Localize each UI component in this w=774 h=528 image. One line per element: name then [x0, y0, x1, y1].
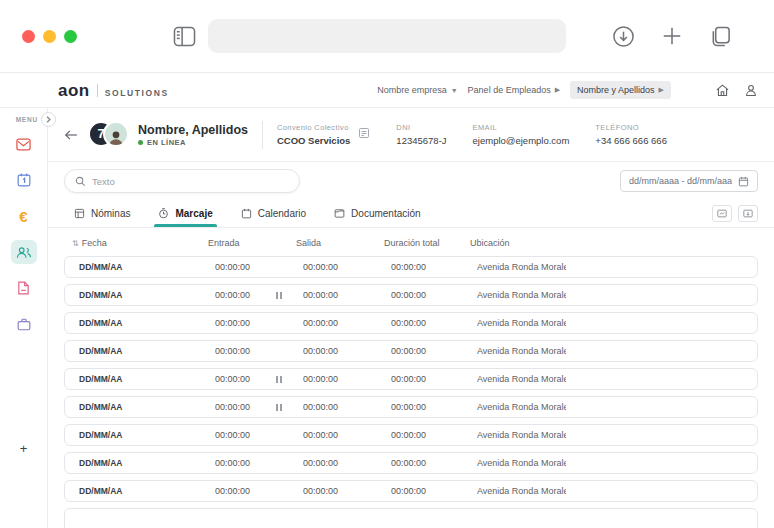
row-salida: 00:00:00	[303, 346, 391, 356]
convenio-value: CCOO Servicios	[277, 135, 350, 146]
row-entrada: 00:00:00	[215, 486, 250, 496]
row-salida: 00:00:00	[303, 262, 391, 272]
note-icon[interactable]	[358, 127, 370, 139]
sidebar-item-employees[interactable]	[11, 240, 37, 264]
dni-value: 12345678-J	[396, 135, 446, 146]
row-fecha: DD/MM/AA	[79, 262, 215, 272]
menu-label: MENU	[16, 116, 38, 123]
row-entrada: 00:00:00	[215, 346, 250, 356]
chevron-right-icon: ▶	[659, 86, 664, 94]
row-ubicacion: Avenida Ronda Morales, 1 - 03522, Vallad…	[477, 290, 566, 300]
table-row[interactable]: DD/MM/AA 00:00:00 00:00:00 00:00:00 Aven…	[64, 452, 758, 474]
clock-icon	[158, 208, 169, 219]
column-salida: Salida	[296, 238, 384, 248]
row-salida: 00:00:00	[303, 318, 391, 328]
phone-value: +34 666 666 666	[595, 135, 667, 146]
briefcase-icon	[17, 318, 31, 331]
sidebar-item-payroll[interactable]: €	[11, 204, 37, 228]
row-entrada: 00:00:00	[215, 374, 250, 384]
breadcrumb-employee-panel[interactable]: Panel de Empleados ▶	[468, 85, 560, 95]
row-ubicacion: Avenida Ronda Morales, 1 - 03522, Vallad…	[477, 262, 566, 272]
breadcrumb: Nombre empresa ▼ Panel de Empleados ▶ No…	[377, 81, 671, 99]
sidebar-add-button[interactable]: +	[0, 441, 47, 456]
column-ubicacion: Ubicación	[470, 238, 559, 248]
tab-documentacion[interactable]: Documentación	[324, 200, 430, 227]
date-range-picker[interactable]: dd/mm/aaaa - dd/mm/aaa	[620, 170, 758, 192]
avatar: 7	[88, 121, 128, 149]
calendar-icon	[738, 176, 749, 187]
chevron-right-icon: ▶	[555, 86, 560, 94]
user-icon[interactable]	[744, 83, 758, 98]
downloads-icon[interactable]	[612, 25, 635, 48]
aon-logo: aon SOLUTIONS	[58, 82, 169, 99]
table-row[interactable]: DD/MM/AA 00:00:00 00:00:00 00:00:00 Aven…	[64, 340, 758, 362]
table-header: ⇅ Fecha Entrada Salida Duración total Ub…	[64, 234, 758, 256]
marcaje-table: ⇅ Fecha Entrada Salida Duración total Ub…	[48, 228, 774, 528]
table-row[interactable]: DD/MM/AA 00:00:00 00:00:00 00:00:00 Aven…	[64, 480, 758, 502]
tab-overview-icon[interactable]	[709, 25, 732, 48]
folder-icon	[334, 208, 345, 219]
sidebar-item-mail[interactable]	[11, 132, 37, 156]
breadcrumb-employee-name[interactable]: Nombre y Apellidos ▶	[570, 81, 671, 99]
row-duracion: 00:00:00	[391, 402, 477, 412]
new-tab-icon[interactable]	[661, 25, 683, 47]
sidebar-item-documents[interactable]	[11, 276, 37, 300]
table-row-partial[interactable]	[64, 508, 758, 528]
sidebar-toggle-icon[interactable]	[173, 26, 196, 47]
download-table-button[interactable]	[738, 205, 758, 222]
tab-marcaje[interactable]: Marcaje	[148, 200, 222, 227]
row-entrada: 00:00:00	[215, 290, 250, 300]
back-arrow-icon[interactable]	[64, 129, 78, 141]
table-row[interactable]: DD/MM/AA 00:00:00 00:00:00 00:00:00 Aven…	[64, 312, 758, 334]
sidebar-item-calendar[interactable]	[11, 168, 37, 192]
window-controls	[22, 30, 77, 43]
row-entrada: 00:00:00	[215, 458, 250, 468]
row-entrada: 00:00:00	[215, 402, 250, 412]
row-fecha: DD/MM/AA	[79, 458, 215, 468]
date-range-value: dd/mm/aaaa - dd/mm/aaa	[629, 176, 732, 186]
close-window-button[interactable]	[22, 30, 35, 43]
file-download-icon	[743, 209, 753, 218]
table-row[interactable]: DD/MM/AA 00:00:00 00:00:00 00:00:00 Aven…	[64, 396, 758, 418]
menu-expand-button[interactable]	[41, 112, 56, 127]
row-salida: 00:00:00	[303, 290, 391, 300]
maximize-window-button[interactable]	[64, 30, 77, 43]
row-ubicacion: Avenida Ronda Morales, 1 - 03522, Vallad…	[477, 318, 566, 328]
caret-down-icon: ▼	[451, 87, 458, 94]
tab-calendario[interactable]: Calendario	[231, 200, 316, 227]
row-duracion: 00:00:00	[391, 486, 477, 496]
row-fecha: DD/MM/AA	[79, 290, 215, 300]
dni-label: DNI	[396, 123, 446, 132]
search-icon	[75, 176, 86, 187]
home-icon[interactable]	[715, 83, 730, 98]
calendar-icon	[241, 208, 252, 219]
sidebar-item-briefcase[interactable]	[11, 312, 37, 336]
phone-label: TELÉFONO	[595, 123, 667, 132]
address-bar[interactable]	[208, 19, 566, 53]
convenio-label: Convenio Colectivo	[277, 123, 350, 132]
mail-icon	[16, 138, 31, 151]
employees-icon	[16, 246, 32, 259]
row-salida: 00:00:00	[303, 486, 391, 496]
row-entrada: 00:00:00	[215, 318, 250, 328]
payslip-icon	[74, 208, 85, 219]
search-box[interactable]	[64, 169, 300, 193]
export-report-button[interactable]	[712, 205, 732, 222]
search-input[interactable]	[92, 176, 289, 187]
employee-header: 7 Nombre, Apellidos EN LÍNEA Convenio Co…	[48, 108, 774, 162]
table-row[interactable]: DD/MM/AA 00:00:00 00:00:00 00:00:00 Aven…	[64, 284, 758, 306]
pause-icon	[276, 292, 282, 299]
column-fecha[interactable]: ⇅ Fecha	[72, 238, 208, 248]
filter-row: dd/mm/aaaa - dd/mm/aaa	[48, 162, 774, 200]
employee-name: Nombre, Apellidos	[138, 123, 248, 138]
column-duracion: Duración total	[384, 238, 470, 248]
row-salida: 00:00:00	[303, 458, 391, 468]
row-duracion: 00:00:00	[391, 458, 477, 468]
sort-icon: ⇅	[72, 239, 79, 248]
table-row[interactable]: DD/MM/AA 00:00:00 00:00:00 00:00:00 Aven…	[64, 256, 758, 278]
table-row[interactable]: DD/MM/AA 00:00:00 00:00:00 00:00:00 Aven…	[64, 424, 758, 446]
breadcrumb-company[interactable]: Nombre empresa ▼	[377, 85, 457, 95]
tab-nominas[interactable]: Nóminas	[64, 200, 140, 227]
minimize-window-button[interactable]	[43, 30, 56, 43]
table-row[interactable]: DD/MM/AA 00:00:00 00:00:00 00:00:00 Aven…	[64, 368, 758, 390]
